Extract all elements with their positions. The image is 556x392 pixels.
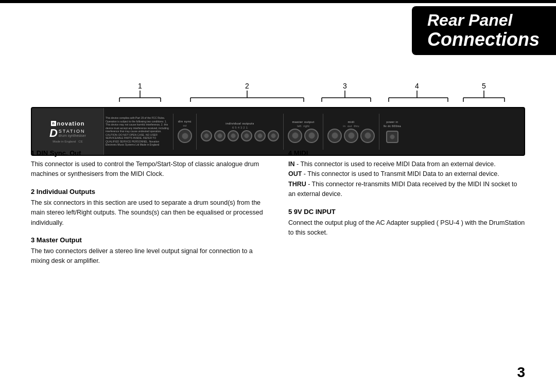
dc-input-block: 5 9V DC INPUT Connect the output plug of… — [288, 208, 525, 238]
midi-heading: 4 MIDI — [288, 149, 525, 157]
jack-master-left — [288, 129, 302, 143]
jack-ind-5 — [214, 130, 225, 141]
midi-label: midi — [348, 120, 354, 123]
device-rear-panel: n novation D STATION drum synthesiser Ma… — [31, 107, 525, 156]
bracket-svg: 1 2 3 4 5 — [31, 81, 525, 110]
jack-midi-out — [344, 129, 358, 143]
individual-outputs-heading: 2 Individual Outputs — [31, 188, 268, 195]
logo-sub: drum synthesiser — [59, 134, 86, 137]
midi-section: midi in out thru — [325, 120, 377, 143]
din-sync-heading: 1 DIN Sync. Out — [31, 149, 268, 157]
logo-novation: n novation — [51, 120, 85, 127]
device-image: n novation D STATION drum synthesiser Ma… — [31, 107, 525, 156]
master-output-section: master output left right — [286, 120, 321, 143]
individual-outputs-block: 2 Individual Outputs The six connectors … — [31, 188, 268, 228]
master-output-block: 3 Master Output The two connectors deliv… — [31, 236, 268, 266]
din-sync-block: 1 DIN Sync. Out This connector is used t… — [31, 149, 268, 180]
content-section: 1 DIN Sync. Out This connector is used t… — [31, 149, 525, 275]
jack-ind-1 — [268, 130, 279, 141]
din-sync-jack — [178, 129, 192, 143]
logo-model-name: STATION — [59, 129, 86, 134]
midi-thru-text: - This connector re-transmits MIDI Data … — [288, 181, 517, 198]
individual-outputs-label: individual outputs — [225, 122, 254, 125]
midi-in-text: - This connector is used to receive MIDI… — [295, 161, 496, 168]
device-warning-text: This device complies with Part 15 of the… — [104, 115, 171, 148]
dc-input-heading: 5 9V DC INPUT — [288, 208, 525, 216]
din-sync-label: DIN sync — [178, 120, 192, 123]
title-line1: Rear Panel — [427, 11, 546, 29]
dc-power-label: POWER IN — [387, 120, 398, 123]
master-output-label: master output — [292, 120, 314, 123]
jack-ind-2 — [254, 130, 266, 141]
title-line2: Connections — [427, 29, 546, 50]
individual-outputs-section: individual outputs 6 5 4 3 2 1 — [199, 122, 281, 141]
page-number: 3 — [517, 364, 525, 381]
din-sync-sublabel: out — [183, 124, 187, 127]
midi-jacks — [327, 129, 375, 143]
midi-thru-label: THRU — [288, 181, 306, 188]
din-sync-body: This connector is used to control the Te… — [31, 159, 268, 180]
divider-1 — [173, 114, 173, 150]
master-output-heading: 3 Master Output — [31, 236, 268, 244]
master-output-body: The two connectors deliver a stereo line… — [31, 246, 268, 266]
dc-voltage-label: 9V DC 600mA — [384, 124, 401, 128]
left-column: 1 DIN Sync. Out This connector is used t… — [31, 149, 268, 275]
svg-text:1: 1 — [138, 82, 142, 90]
midi-body: IN - This connector is used to receive M… — [288, 159, 525, 200]
title-area: Rear Panel Connections — [412, 6, 556, 55]
dc-power-jacks — [386, 131, 398, 143]
svg-text:3: 3 — [343, 82, 347, 90]
logo-square: n — [51, 121, 56, 126]
dc-input-body: Connect the output plug of the AC Adapte… — [288, 218, 525, 238]
jack-master-right — [304, 129, 319, 143]
individual-outputs-body: The six connectors in this section are u… — [31, 198, 268, 228]
jack-midi-in — [327, 129, 342, 143]
svg-text:5: 5 — [482, 82, 486, 90]
jack-midi-thru — [360, 129, 375, 143]
divider-2 — [196, 114, 197, 150]
midi-out-label: OUT — [288, 170, 302, 177]
divider-4 — [323, 114, 323, 150]
din-sync-connectors — [178, 129, 192, 143]
midi-in-label: IN — [288, 161, 295, 168]
midi-out-text: - This connector is used to Transmit MID… — [302, 170, 499, 177]
jack-dc-power — [386, 131, 398, 143]
din-sync-section: DIN sync out — [176, 120, 194, 143]
jack-ind-4 — [228, 130, 239, 141]
jack-ind-6 — [201, 130, 212, 141]
divider-3 — [283, 114, 284, 150]
svg-text:4: 4 — [415, 82, 419, 90]
logo-d-letter: D — [49, 128, 58, 139]
logo-brand: novation — [57, 120, 85, 127]
top-bar — [0, 0, 556, 3]
number-labels-area: 1 2 3 4 5 — [31, 81, 525, 110]
jack-ind-3 — [241, 130, 252, 141]
right-column: 4 MIDI IN - This connector is used to re… — [288, 149, 525, 275]
dc-power-section: POWER IN 9V DC 600mA — [381, 120, 403, 143]
divider-5 — [379, 114, 379, 150]
midi-block: 4 MIDI IN - This connector is used to re… — [288, 149, 525, 200]
device-logo: n novation D STATION drum synthesiser Ma… — [32, 108, 104, 155]
logo-made: Made in England CE — [53, 140, 82, 143]
master-output-jacks — [288, 129, 319, 143]
svg-text:2: 2 — [245, 82, 249, 90]
individual-output-jacks — [201, 130, 279, 141]
